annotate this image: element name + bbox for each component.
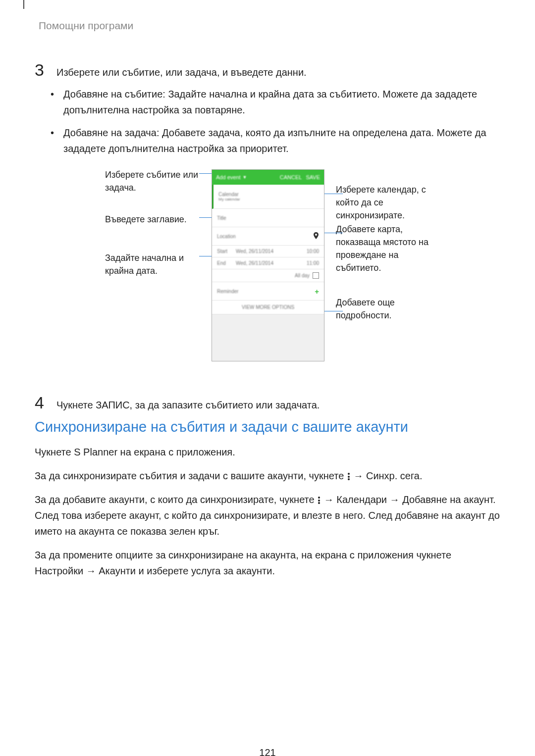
callout-choose-calendar: Изберете календар, с който да се синхрон…	[336, 183, 430, 222]
step-3: 3 Изберете или събитие, или задача, и въ…	[35, 61, 500, 80]
page-number: 121	[35, 747, 500, 756]
figure: Изберете събитие или задача. Въведете за…	[105, 166, 430, 364]
step-text: Чукнете ЗАПИС, за да запазите събитието …	[56, 394, 320, 413]
start-date: Wed, 26/11/2014	[236, 249, 307, 254]
arrow-text: →	[387, 494, 402, 505]
end-row[interactable]: End Wed, 26/11/2014 11:00	[212, 257, 324, 269]
menu-item-name: Синхр. сега	[366, 470, 420, 481]
start-row[interactable]: Start Wed, 26/11/2014 10:00	[212, 246, 324, 257]
more-menu-icon	[318, 496, 320, 505]
text-fragment: .	[420, 470, 423, 481]
calendar-row[interactable]: Calendar My calendar	[212, 185, 324, 209]
bullet-label: Добавяне на задача	[63, 127, 157, 138]
phone-header: Add event ▼ CANCEL SAVE	[212, 170, 324, 185]
callout-more-details: Добавете още подробности.	[336, 296, 430, 322]
end-date: Wed, 26/11/2014	[236, 260, 307, 266]
reminder-label: Reminder	[217, 289, 238, 294]
menu-item-name: Акаунти	[99, 565, 136, 576]
arrow-text: →	[321, 494, 336, 505]
start-time: 10:00	[307, 249, 319, 254]
allday-label: All day	[295, 273, 310, 278]
list-item: Добавяне на събитие: Задайте начална и к…	[63, 86, 500, 118]
menu-item-name: Календари	[336, 494, 387, 505]
bullet-label: Добавяне на събитие	[63, 89, 162, 100]
end-label: End	[217, 260, 236, 266]
save-button[interactable]: SAVE	[306, 174, 320, 180]
chevron-down-icon: ▼	[243, 175, 247, 180]
step-4: 4 Чукнете ЗАПИС, за да запазите събитиет…	[35, 394, 500, 413]
allday-row[interactable]: All day	[212, 269, 324, 282]
breadcrumb: Помощни програми	[39, 20, 500, 32]
text-fragment: За да добавите акаунти, с които да синхр…	[35, 494, 317, 505]
paragraph: За да синхронизирате събития и задачи с …	[35, 468, 500, 484]
title-placeholder: Title	[217, 215, 226, 221]
menu-item-name: Настройки	[35, 565, 83, 576]
bullet-list: Добавяне на събитие: Задайте начална и к…	[35, 86, 500, 156]
app-name: S Planner	[74, 447, 117, 457]
list-item: Добавяне на задача: Добавете задача, коя…	[63, 125, 500, 156]
phone-mockup: Add event ▼ CANCEL SAVE Calendar My cale…	[212, 169, 324, 361]
step-text: Изберете или събитие, или задача, и въве…	[56, 61, 307, 80]
paragraph: Чукнете S Planner на екрана с приложения…	[35, 444, 500, 460]
text-fragment: Чукнете	[56, 400, 96, 410]
start-label: Start	[217, 249, 236, 254]
text-fragment: , за да запазите събитието или задачата.	[130, 400, 320, 410]
arrow-text: →	[351, 470, 366, 481]
title-row[interactable]: Title	[212, 209, 324, 227]
reminder-row[interactable]: Reminder +	[212, 282, 324, 301]
header-rule	[23, 0, 24, 9]
save-keyword: ЗАПИС	[96, 400, 129, 410]
step-number: 3	[35, 61, 47, 78]
text-fragment: Чукнете	[35, 447, 74, 457]
add-event-dropdown[interactable]: Add event	[216, 174, 241, 180]
callout-select-type: Изберете събитие или задача.	[105, 168, 199, 194]
text-fragment: За да синхронизирате събития и задачи с …	[35, 470, 347, 481]
text-fragment: и изберете услуга за акаунти.	[136, 565, 275, 576]
section-title: Синхронизиране на събития и задачи с ваш…	[35, 419, 500, 435]
location-placeholder: Location	[217, 234, 236, 239]
step-number: 4	[35, 394, 47, 411]
location-pin-icon[interactable]	[313, 232, 319, 241]
more-menu-icon	[348, 472, 350, 481]
paragraph: За да добавите акаунти, с които да синхр…	[35, 492, 500, 539]
callout-set-dates: Задайте начална и крайна дата.	[105, 252, 199, 277]
cancel-button[interactable]: CANCEL	[280, 174, 302, 180]
text-fragment: За да промените опциите за синхронизиран…	[35, 550, 451, 560]
allday-checkbox[interactable]	[313, 272, 319, 279]
paragraph: За да промените опциите за синхронизиран…	[35, 547, 500, 579]
arrow-text: →	[83, 565, 99, 576]
more-options-row[interactable]: VIEW MORE OPTIONS	[212, 301, 324, 314]
callout-enter-title: Въведете заглавие.	[105, 213, 199, 226]
end-time: 11:00	[307, 260, 319, 266]
location-row[interactable]: Location	[212, 227, 324, 246]
connector-line	[323, 194, 343, 194]
calendar-sublabel: My calendar	[218, 197, 240, 202]
calendar-label: Calendar	[218, 192, 240, 197]
more-options-label: VIEW MORE OPTIONS	[242, 304, 294, 310]
callout-add-map: Добавете карта, показваща мястото на про…	[336, 223, 430, 274]
plus-icon[interactable]: +	[315, 287, 319, 296]
menu-item-name: Добавяне на акаунт	[402, 494, 493, 505]
text-fragment: на екрана с приложения.	[117, 447, 235, 457]
